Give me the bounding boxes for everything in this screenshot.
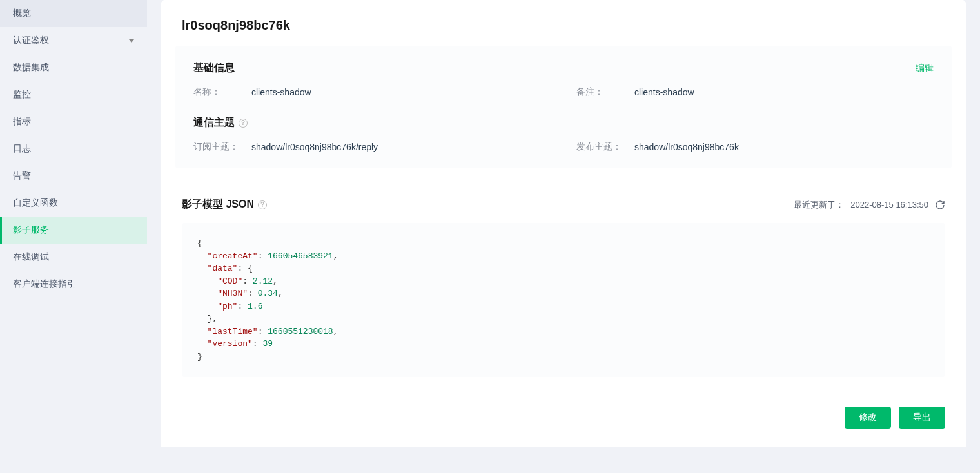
main-content: lr0soq8nj98bc76k 基础信息 编辑 名称： clients-sha… bbox=[147, 0, 980, 473]
json-viewer: { "createAt": 1660546583921, "data": { "… bbox=[182, 223, 945, 377]
pub-topic-label: 发布主题： bbox=[576, 141, 634, 153]
json-model-section: 影子模型 JSON ? 最近更新于： 2022-08-15 16:13:50 {… bbox=[161, 182, 966, 395]
sidebar-item-7[interactable]: 自定义函数 bbox=[0, 189, 147, 217]
sidebar-item-6[interactable]: 告警 bbox=[0, 162, 147, 189]
name-value: clients-shadow bbox=[251, 87, 311, 97]
topics-title: 通信主题 ? bbox=[193, 116, 248, 130]
help-icon[interactable]: ? bbox=[239, 119, 248, 128]
sidebar-item-8[interactable]: 影子服务 bbox=[0, 217, 147, 244]
chevron-down-icon bbox=[129, 39, 134, 43]
sidebar: 概览认证鉴权数据集成监控指标日志告警自定义函数影子服务在线调试客户端连接指引 bbox=[0, 0, 147, 473]
topics-title-text: 通信主题 bbox=[193, 116, 235, 130]
sidebar-item-label: 日志 bbox=[13, 143, 31, 155]
action-bar: 修改 导出 bbox=[161, 395, 966, 447]
pub-topic-value: shadow/lr0soq8nj98bc76k bbox=[634, 142, 739, 152]
sidebar-item-0[interactable]: 概览 bbox=[0, 0, 147, 27]
json-model-title: 影子模型 JSON ? bbox=[182, 198, 267, 211]
name-label: 名称： bbox=[193, 86, 251, 98]
sidebar-item-label: 在线调试 bbox=[13, 251, 49, 263]
modify-button[interactable]: 修改 bbox=[845, 407, 891, 429]
sidebar-item-label: 自定义函数 bbox=[13, 197, 58, 209]
note-label: 备注： bbox=[576, 86, 634, 98]
refresh-icon[interactable] bbox=[935, 200, 945, 210]
page-title: lr0soq8nj98bc76k bbox=[161, 0, 966, 46]
sub-topic-value: shadow/lr0soq8nj98bc76k/reply bbox=[251, 142, 378, 152]
help-icon[interactable]: ? bbox=[258, 200, 267, 209]
sidebar-item-label: 监控 bbox=[13, 89, 31, 101]
sidebar-item-1[interactable]: 认证鉴权 bbox=[0, 27, 147, 54]
sidebar-item-label: 客户端连接指引 bbox=[13, 278, 76, 290]
export-button[interactable]: 导出 bbox=[899, 407, 945, 429]
updated-value: 2022-08-15 16:13:50 bbox=[850, 200, 928, 209]
updated-label: 最近更新于： bbox=[794, 199, 844, 211]
edit-button[interactable]: 编辑 bbox=[916, 63, 934, 74]
sidebar-item-4[interactable]: 指标 bbox=[0, 108, 147, 135]
sub-topic-label: 订阅主题： bbox=[193, 141, 251, 153]
sidebar-item-label: 数据集成 bbox=[13, 62, 49, 73]
sidebar-item-label: 概览 bbox=[13, 8, 31, 19]
sidebar-item-10[interactable]: 客户端连接指引 bbox=[0, 271, 147, 298]
sidebar-item-label: 影子服务 bbox=[13, 224, 49, 236]
note-value: clients-shadow bbox=[634, 87, 694, 97]
sidebar-item-label: 认证鉴权 bbox=[13, 35, 49, 46]
basic-info-section: 基础信息 编辑 名称： clients-shadow 备注： clients-s… bbox=[175, 46, 952, 168]
json-model-title-text: 影子模型 JSON bbox=[182, 198, 254, 211]
basic-info-title: 基础信息 bbox=[193, 61, 235, 75]
sidebar-item-label: 告警 bbox=[13, 170, 31, 182]
sidebar-item-3[interactable]: 监控 bbox=[0, 81, 147, 108]
sidebar-item-5[interactable]: 日志 bbox=[0, 135, 147, 162]
sidebar-item-label: 指标 bbox=[13, 116, 31, 128]
sidebar-item-9[interactable]: 在线调试 bbox=[0, 244, 147, 271]
sidebar-item-2[interactable]: 数据集成 bbox=[0, 54, 147, 81]
